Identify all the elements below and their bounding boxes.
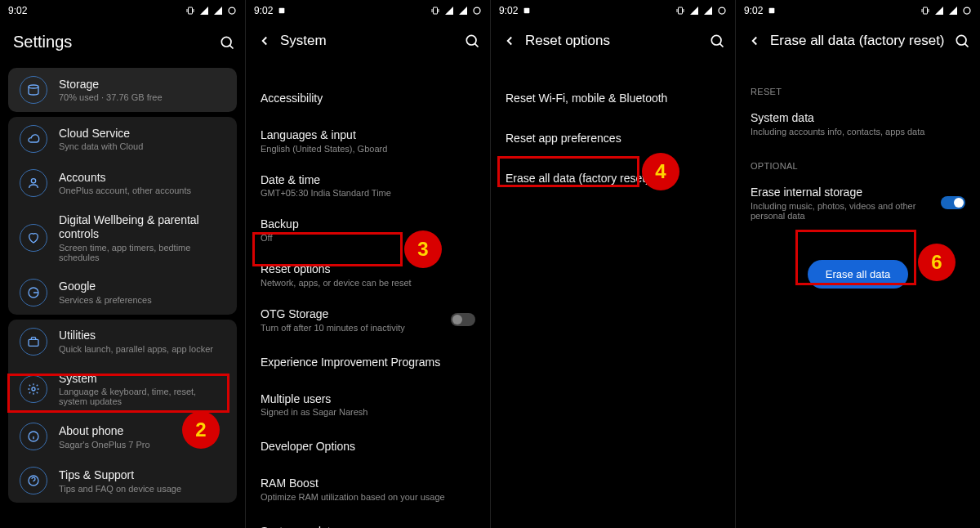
google-icon [20, 279, 47, 307]
row-erase-storage[interactable]: Erase internal storage Including music, … [736, 176, 980, 230]
page-title: System [280, 33, 457, 49]
row-reset-app[interactable]: Reset app preferences [491, 119, 735, 159]
screenshot-icon [278, 7, 286, 15]
svg-point-21 [956, 35, 966, 45]
row-sub: 70% used · 37.76 GB free [59, 92, 225, 102]
row-experience[interactable]: Experience Improvement Programs [246, 342, 490, 383]
row-cloud[interactable]: Cloud Service Sync data with Cloud [8, 117, 237, 161]
reset-header: Reset options [491, 21, 735, 60]
circle-icon [472, 6, 482, 16]
row-developer[interactable]: Developer Options [246, 427, 490, 467]
svg-rect-10 [279, 8, 285, 14]
row-reset-wifi[interactable]: Reset Wi-Fi, mobile & Bluetooth [491, 78, 735, 119]
screen-settings: 9:02 Settings Storage 70% used · 37.76 G… [0, 0, 245, 528]
screen-reset-options: 9:02 Reset options Reset Wi-Fi, mobile &… [490, 0, 735, 528]
step-badge-2: 2 [182, 411, 220, 449]
status-time: 9:02 [499, 5, 518, 16]
erase-storage-toggle[interactable] [941, 196, 965, 209]
svg-point-4 [31, 179, 35, 183]
svg-point-2 [221, 37, 231, 47]
signal1-icon [689, 6, 699, 16]
row-reset-options[interactable]: Reset options Network, apps, or device c… [246, 253, 490, 298]
screen-factory-reset: 9:02 Erase all data (factory reset) RESE… [735, 0, 980, 528]
signal2-icon [458, 6, 468, 16]
otg-toggle[interactable] [451, 313, 475, 326]
svg-rect-6 [29, 339, 38, 346]
gear-icon [20, 375, 47, 403]
screenshot-icon [768, 7, 776, 15]
back-icon[interactable] [502, 34, 525, 48]
svg-point-12 [474, 7, 480, 14]
row-utilities[interactable]: Utilities Quick launch, parallel apps, a… [8, 320, 237, 364]
toolbox-icon [20, 328, 47, 356]
circle-icon [717, 6, 727, 16]
row-accessibility[interactable]: Accessibility [246, 78, 490, 119]
circle-icon [962, 6, 972, 16]
row-wellbeing[interactable]: Digital Wellbeing & parental controls Sc… [8, 205, 237, 271]
row-languages[interactable]: Languages & input English (United States… [246, 119, 490, 163]
circle-icon [227, 6, 237, 16]
svg-rect-18 [769, 8, 775, 14]
factory-header: Erase all data (factory reset) [736, 21, 980, 60]
svg-point-7 [32, 387, 35, 391]
row-backup[interactable]: Backup Off [246, 208, 490, 253]
status-bar: 9:02 [0, 0, 245, 21]
row-accounts[interactable]: Accounts OnePlus account, other accounts [8, 161, 237, 205]
info-icon [20, 423, 47, 450]
page-title: Reset options [525, 33, 702, 49]
row-multiple-users[interactable]: Multiple users Signed in as Sagar Naresh [246, 383, 490, 427]
back-icon[interactable] [747, 34, 770, 48]
screenshot-icon [523, 7, 531, 15]
storage-icon [20, 76, 47, 104]
search-icon[interactable] [212, 34, 235, 51]
search-icon[interactable] [947, 33, 970, 49]
svg-point-20 [964, 7, 970, 14]
svg-point-3 [29, 85, 38, 88]
status-time: 9:02 [254, 5, 273, 16]
cloud-icon [20, 125, 47, 153]
section-reset: RESET [736, 72, 980, 101]
svg-rect-14 [524, 8, 530, 14]
row-ramboost[interactable]: RAM Boost Optimize RAM utilization based… [246, 467, 490, 512]
help-icon [20, 467, 47, 494]
signal1-icon [199, 6, 209, 16]
row-erase-all[interactable]: Erase all data (factory reset) [491, 159, 735, 199]
signal2-icon [703, 6, 713, 16]
row-system[interactable]: System Language & keyboard, time, reset,… [8, 364, 237, 415]
heart-icon [20, 224, 47, 252]
svg-point-13 [466, 35, 476, 45]
person-icon [20, 169, 47, 197]
step-badge-3: 3 [404, 230, 442, 268]
row-otg[interactable]: OTG Storage Turn off after 10 minutes of… [246, 298, 490, 342]
back-icon[interactable] [257, 34, 280, 48]
vibrate-icon [185, 6, 195, 16]
signal1-icon [444, 6, 454, 16]
signal1-icon [934, 6, 944, 16]
search-icon[interactable] [702, 33, 725, 49]
erase-all-button[interactable]: Erase all data [808, 260, 909, 289]
status-bar: 9:02 [491, 0, 735, 21]
row-google[interactable]: Google Services & preferences [8, 271, 237, 315]
svg-rect-0 [189, 7, 193, 14]
signal2-icon [948, 6, 958, 16]
step-badge-6: 6 [918, 244, 956, 281]
row-system-updates[interactable]: System updates [246, 512, 490, 528]
svg-point-16 [719, 7, 725, 14]
status-time: 9:02 [744, 5, 763, 16]
vibrate-icon [675, 6, 685, 16]
svg-point-1 [229, 7, 235, 14]
row-tips[interactable]: Tips & Support Tips and FAQ on device us… [8, 459, 237, 503]
row-datetime[interactable]: Date & time GMT+05:30 India Standard Tim… [246, 163, 490, 208]
search-icon[interactable] [457, 33, 480, 49]
status-time: 9:02 [8, 5, 27, 16]
vibrate-icon [430, 6, 440, 16]
settings-header: Settings [0, 21, 245, 63]
svg-point-17 [711, 35, 721, 45]
svg-rect-11 [434, 7, 438, 14]
row-system-data[interactable]: System data Including accounts info, con… [736, 101, 980, 146]
section-optional: OPTIONAL [736, 146, 980, 176]
screen-system: 9:02 System Accessibility Languages & in… [245, 0, 490, 528]
signal2-icon [213, 6, 223, 16]
row-storage[interactable]: Storage 70% used · 37.76 GB free [8, 68, 237, 112]
system-header: System [246, 21, 490, 60]
